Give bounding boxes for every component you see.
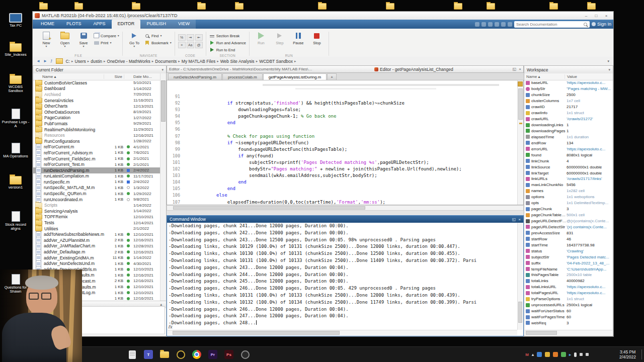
file-row[interactable]: runLatestCompilation.m1 KB11/17/2021 [33,173,160,179]
quick-access-icon[interactable] [495,22,499,27]
ribbon-tab-apps[interactable]: APPS [88,20,112,29]
folder-row[interactable]: ServicingAnalysis1/14/2022 [33,208,160,214]
taskbar-clock[interactable]: 3:45 PM 2/4/2022 [619,349,636,359]
workspace-variable-row[interactable]: prevAccessSize831 [524,230,613,236]
find-button[interactable]: Find▾ [144,33,172,38]
quick-access-icon[interactable] [481,22,486,27]
taskbar-adobe-app[interactable]: Ps [223,349,234,360]
workspace-horizontal-scrollbar[interactable] [525,330,612,335]
command-window-title-bar[interactable]: Command Window ◱ × [167,216,523,223]
taskbar-teams[interactable]: T [143,349,154,360]
code-tool-button[interactable]: @ [195,42,203,48]
workspace-variable-row[interactable]: crawlURL'/crawls/21272' [524,116,613,122]
workspace-variable-row[interactable]: linkURLs'/crawls/21717/links' [524,176,613,182]
undock-icon[interactable]: ◱ [513,67,517,71]
ribbon-tab-plots[interactable]: PLOTS [60,20,88,29]
sign-in-button[interactable]: Sign In [592,22,611,27]
workspace-variable-row[interactable]: pageChunk3 [524,206,613,212]
workspace-variable-row[interactable]: totalLinksURL'https://apexsoluto.c... [524,284,613,290]
browse-folder-icon[interactable] [56,58,63,64]
file-row[interactable]: refForCurrent_Advisory.m1 KB7/6/2021 [33,150,160,156]
workspace-variable-row[interactable]: pageURLDetectStr'(x) contains(x.Conte... [524,224,613,230]
desktop-folder-icon[interactable] [487,3,495,10]
file-row[interactable]: refForCurrent_FieldsSec.m1 KB2/1/2021 [33,156,160,162]
desktop-folder-icon[interactable] [549,3,558,10]
desktop-folder-icon[interactable] [74,3,83,10]
quick-access-icon[interactable] [501,22,506,27]
file-row[interactable]: runSpecific.m1 KB2/4/2022 [33,179,160,185]
workspace-variable-row[interactable]: linkTarget60000000x1 double [524,170,613,176]
folder-row[interactable]: RunConfigurations1/28/2022 [33,138,160,144]
title-bar[interactable]: MATLAB R2021b (04-Feb-2022 15:48:01) /pr… [33,12,613,20]
workspace-variable-row[interactable]: waitForPagesTime60 [524,314,613,320]
tray-sq-blue[interactable] [537,352,542,357]
tray-sq-yellow[interactable] [545,352,550,357]
breadcrumb-segment[interactable]: dustin [90,59,103,64]
workspace-variable-row[interactable]: maxLinkChunkNo5456 [524,182,613,188]
code-tool-button[interactable]: ⇥ [187,34,194,41]
editor-horizontal-scrollbar[interactable] [167,205,524,211]
workspace-variable-row[interactable]: crawlInfo1x1 struct [524,110,613,116]
workspace-variable-row[interactable]: startRow46 [524,236,613,242]
save-button[interactable]: Save▾ [75,31,92,48]
workspace-variable-row[interactable]: thisPagesTable2500x10 table [524,272,613,278]
folder-row[interactable]: GeneralArticles11/16/2021 [33,98,160,104]
workspace-variable-row[interactable]: found8080x1 logical [524,152,613,158]
workspace-variable-row[interactable]: status'Crawling' [524,248,613,254]
tray-sq-orange[interactable] [553,352,558,357]
folder-row[interactable]: PageCuration1/27/2022 [33,115,160,121]
workspace-variable-row[interactable]: crawlID21717 [524,104,613,110]
tray-app-m[interactable]: M [525,352,529,357]
workspace-variable-row[interactable]: linkChunk4 [524,158,613,164]
forward-icon[interactable]: ► [42,59,48,63]
workspace-variable-row[interactable]: endRow134 [524,140,613,146]
file-row[interactable]: runSpecific_MATLAB_M.m1 KB1/3/2022 [33,185,160,191]
tray-volume[interactable] [580,353,583,356]
compare-button[interactable]: Compare▾ [94,33,119,38]
desktop-folder-icon[interactable] [587,3,596,10]
editor-scrollbar[interactable] [517,80,523,205]
desktop-folder-icon[interactable] [454,3,462,10]
workspace-variable-row[interactable]: baseURL'https://apexsoluto.c... [524,80,613,86]
workspace-header[interactable]: Workspace ▾ [524,66,613,74]
column-name[interactable]: Name ▴ [33,74,104,79]
code-tool-button[interactable]: Aa [187,42,194,48]
column-date-modified[interactable]: Date Mo... [132,74,160,79]
folder-row[interactable]: Scripts1/14/2022 [33,202,160,208]
file-row[interactable]: addVer_Defaultage.m2 KB12/16/2021 [33,249,160,255]
workspace-variable-row[interactable]: pageURLDetectFunc@(x)contains(x.Conte... [524,218,613,224]
workspace-variable-row[interactable]: webReq3 [524,320,613,326]
breadcrumb-segment[interactable]: WCDBT Sandbox [258,59,294,64]
folder-row[interactable]: CustomBotVerClasses5/10/2021 [33,80,160,86]
folder-row[interactable]: OtherDataSources8/19/2021 [33,109,160,115]
column-size[interactable]: Size [104,74,124,79]
folder-row[interactable]: RealtimePublishMonitoring11/29/2021 [33,127,160,133]
file-row[interactable]: runSpecific_QURen.m1 KB1/29/2022 [33,191,160,197]
scrollbar-thumb[interactable] [518,88,523,120]
file-row[interactable]: addVer_ExistingGridMA.m11 KB1/14/2022 [33,255,160,261]
breadcrumb-segment[interactable]: Web Site Analysis [219,59,256,64]
taskbar-chrome[interactable] [191,349,202,360]
workspace-variable-row[interactable]: options1x1 weboptions [524,194,613,200]
taskbar-clock-app[interactable] [175,349,186,360]
desktop-folder-icon[interactable] [132,3,140,10]
code-tool-button[interactable]: ≡ [178,42,186,48]
window-close-button[interactable]: × [601,14,611,18]
new-button[interactable]: New▾ [38,31,55,48]
workspace-variable-row[interactable]: downloadingLinks1 [524,122,613,128]
desktop-icon[interactable]: Tax PC [1,13,30,28]
workspace-variable-row[interactable]: unprocessedURLs2500x1 logical [524,302,613,308]
command-window-output[interactable]: -Downloading pages, chunk 241...Done 120… [169,223,517,330]
search-input[interactable] [514,22,583,27]
folder-row[interactable]: Utilities2/1/2022 [33,226,160,232]
workspace-variable-row[interactable]: startTime1643779738.98 [524,242,613,248]
file-row[interactable]: addVer_JAMRadarChart.m1 KB12/28/2021 [33,243,160,249]
quick-access-icon[interactable] [508,22,512,27]
scrollbar-thumb[interactable] [161,80,166,122]
close-icon[interactable]: × [518,217,521,222]
ribbon-tab-home[interactable]: HOME [35,20,60,29]
workspace-variable-row[interactable]: clusterColumns1x7 cell [524,98,613,104]
folder-row[interactable]: PubFormats9/29/2021 [33,121,160,127]
taskbar-premiere[interactable]: Pr [207,349,218,360]
column-name[interactable]: Name ▴ [524,74,565,79]
